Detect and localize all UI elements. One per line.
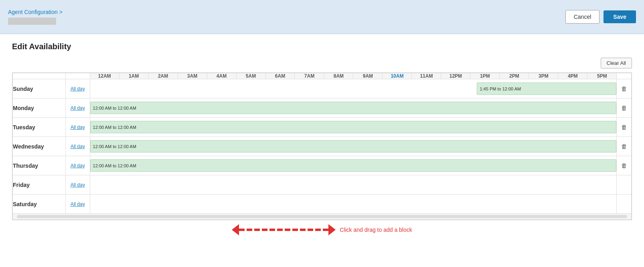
delete-cell-thursday[interactable]: 🗑 (617, 156, 632, 175)
allday-cell-thursday[interactable]: All day (65, 156, 90, 175)
day-row-saturday: SaturdayAll day (13, 195, 632, 214)
main-content: Edit Availability Clear All 12AM1AM2AM3A… (0, 34, 644, 243)
breadcrumb[interactable]: Agent Configuration > (8, 9, 63, 15)
availability-block-tuesday[interactable]: 12:00 AM to 12:00 AM (90, 121, 617, 133)
dash (254, 229, 260, 231)
dash (292, 229, 298, 231)
hour-header-3pm: 3PM (529, 73, 558, 79)
hour-header-6am: 6AM (265, 73, 295, 79)
delete-button-tuesday[interactable]: 🗑 (621, 124, 627, 130)
scrollbar-track-cell (13, 214, 632, 220)
dash (269, 229, 275, 231)
allday-cell-friday[interactable]: All day (65, 175, 90, 195)
day-row-tuesday: TuesdayAll day12:00 AM to 12:00 AM🗑 (13, 118, 632, 137)
day-row-sunday: SundayAll day1:45 PM to 12:00 AM🗑 (13, 79, 632, 98)
dashes (239, 229, 328, 231)
delete-header (617, 73, 632, 79)
hour-header-3am: 3AM (178, 73, 207, 79)
delete-button-wednesday[interactable]: 🗑 (621, 143, 627, 150)
slots-friday[interactable] (90, 175, 617, 195)
clear-all-button[interactable]: Clear All (601, 58, 632, 68)
day-label-tuesday: Tuesday (13, 118, 66, 137)
clear-all-row: Clear All (12, 58, 632, 68)
scrollbar-row (13, 214, 632, 220)
delete-button-monday[interactable]: 🗑 (621, 104, 627, 111)
day-label-header (13, 73, 66, 79)
hour-header-4am: 4AM (207, 73, 236, 79)
agent-name-blurred (8, 18, 56, 25)
slots-thursday[interactable]: 12:00 AM to 12:00 AM (90, 156, 617, 175)
slots-sunday[interactable]: 1:45 PM to 12:00 AM (90, 79, 617, 98)
allday-link-friday[interactable]: All day (71, 182, 85, 188)
delete-cell-wednesday[interactable]: 🗑 (617, 137, 632, 156)
allday-cell-sunday[interactable]: All day (65, 79, 90, 98)
delete-button-sunday[interactable]: 🗑 (621, 85, 627, 92)
hour-header-11am: 11AM (412, 73, 441, 79)
dash (247, 229, 252, 231)
scrollbar-track[interactable] (17, 215, 627, 218)
hour-header-2pm: 2PM (500, 73, 529, 79)
delete-button-thursday[interactable]: 🗑 (621, 162, 627, 169)
allday-link-monday[interactable]: All day (71, 105, 85, 111)
delete-cell-monday[interactable]: 🗑 (617, 98, 632, 118)
allday-link-thursday[interactable]: All day (71, 163, 85, 169)
delete-cell-tuesday[interactable]: 🗑 (617, 118, 632, 137)
day-row-friday: FridayAll day (13, 175, 632, 195)
dash (323, 229, 328, 231)
day-row-thursday: ThursdayAll day12:00 AM to 12:00 AM🗑 (13, 156, 632, 175)
dash (308, 229, 313, 231)
hour-header-8am: 8AM (324, 73, 353, 79)
dash (262, 229, 267, 231)
allday-link-wednesday[interactable]: All day (71, 144, 85, 149)
slots-monday[interactable]: 12:00 AM to 12:00 AM (90, 98, 617, 118)
availability-calendar: 12AM1AM2AM3AM4AM5AM6AM7AM8AM9AM10AM11AM1… (12, 73, 632, 220)
hour-header-12pm: 12PM (441, 73, 470, 79)
allday-cell-tuesday[interactable]: All day (65, 118, 90, 137)
dash (239, 229, 245, 231)
delete-cell-saturday (617, 195, 632, 214)
allday-link-tuesday[interactable]: All day (71, 124, 85, 130)
allday-cell-monday[interactable]: All day (65, 98, 90, 118)
availability-block-monday[interactable]: 12:00 AM to 12:00 AM (90, 102, 617, 114)
day-label-thursday: Thursday (13, 156, 66, 175)
day-row-wednesday: WednesdayAll day12:00 AM to 12:00 AM🗑 (13, 137, 632, 156)
allday-cell-wednesday[interactable]: All day (65, 137, 90, 156)
hour-header-4pm: 4PM (558, 73, 587, 79)
save-button[interactable]: Save (603, 10, 636, 23)
hour-header-1pm: 1PM (470, 73, 500, 79)
slots-saturday[interactable] (90, 195, 617, 214)
cancel-button[interactable]: Cancel (565, 10, 600, 24)
availability-block-thursday[interactable]: 12:00 AM to 12:00 AM (90, 159, 617, 172)
delete-cell-sunday[interactable]: 🗑 (617, 79, 632, 98)
day-label-friday: Friday (13, 175, 66, 195)
slots-wednesday[interactable]: 12:00 AM to 12:00 AM (90, 137, 617, 156)
day-label-monday: Monday (13, 98, 66, 118)
hour-header-7am: 7AM (295, 73, 324, 79)
arrow-right-icon (328, 224, 336, 235)
allday-link-saturday[interactable]: All day (71, 201, 85, 207)
availability-block-sunday[interactable]: 1:45 PM to 12:00 AM (477, 82, 616, 95)
hour-header-9am: 9AM (353, 73, 383, 79)
hour-header-2am: 2AM (148, 73, 178, 79)
day-label-saturday: Saturday (13, 195, 66, 214)
header-actions: Cancel Save (565, 10, 636, 24)
day-label-sunday: Sunday (13, 79, 66, 98)
delete-cell-friday (617, 175, 632, 195)
hour-header-1am: 1AM (119, 73, 148, 79)
drag-hint-text: Click and drag to add a block (340, 227, 412, 233)
allday-header (65, 73, 90, 79)
drag-hint: Click and drag to add a block (12, 224, 632, 235)
allday-link-sunday[interactable]: All day (71, 86, 85, 92)
hour-header-5am: 5AM (236, 73, 265, 79)
dash (285, 229, 290, 231)
calendar-wrapper: 12AM1AM2AM3AM4AM5AM6AM7AM8AM9AM10AM11AM1… (12, 72, 632, 220)
allday-cell-saturday[interactable]: All day (65, 195, 90, 214)
dash (315, 229, 321, 231)
dash (277, 229, 283, 231)
hour-header-5pm: 5PM (587, 73, 617, 79)
dash (300, 229, 306, 231)
slots-tuesday[interactable]: 12:00 AM to 12:00 AM (90, 118, 617, 137)
app-header: Agent Configuration > Cancel Save (0, 0, 644, 34)
header-left: Agent Configuration > (8, 9, 63, 25)
availability-block-wednesday[interactable]: 12:00 AM to 12:00 AM (90, 140, 617, 153)
